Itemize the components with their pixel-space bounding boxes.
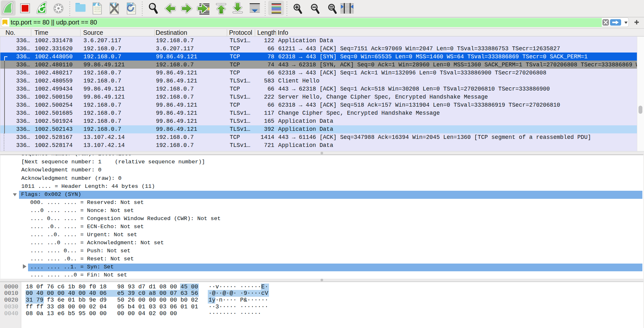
svg-text:01110: 01110 xyxy=(94,11,101,13)
